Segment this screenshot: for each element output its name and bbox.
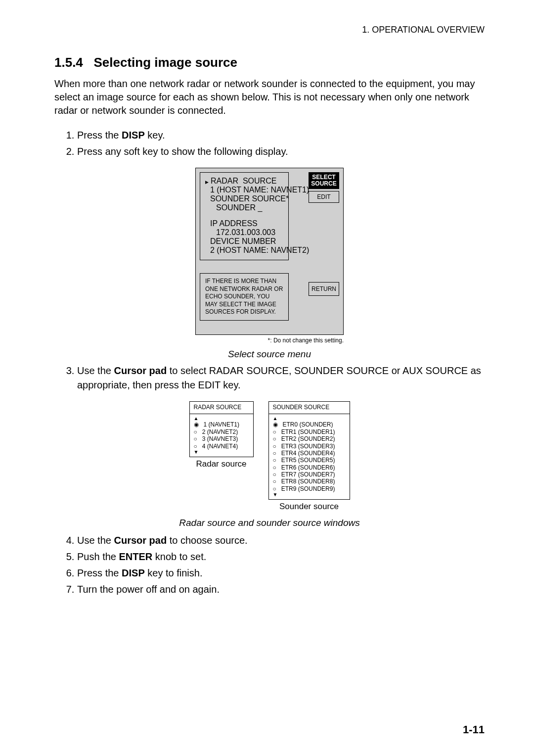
- edit-button[interactable]: EDIT: [309, 191, 339, 203]
- step-5: Push the ENTER knob to set.: [77, 550, 485, 564]
- sounder-box-title: SOUNDER SOURCE: [273, 404, 346, 411]
- step-4: Use the Cursor pad to choose source.: [77, 533, 485, 548]
- button-label: SOURCE: [310, 181, 338, 187]
- select-source-panel: SELECT SOURCE EDIT RETURN RADAR SOURCE 1…: [195, 168, 344, 335]
- step-text: to choose source.: [167, 535, 247, 546]
- list-item[interactable]: ○ ETR2 (SOUNDER2): [273, 435, 346, 442]
- step-text: key to finish.: [145, 567, 203, 578]
- ip-address-value: 172.031.003.003: [205, 228, 283, 237]
- radar-box-title: RADAR SOURCE: [194, 404, 249, 411]
- steps-list-a: Press the DISP key. Press any soft key t…: [54, 128, 485, 159]
- down-arrow-icon: ▼: [194, 450, 249, 455]
- list-item[interactable]: ○ ETR1 (SOUNDER1): [273, 428, 346, 435]
- list-item[interactable]: ○ ETR3 (SOUNDER3): [273, 443, 346, 450]
- list-item[interactable]: ○ 4 (NAVNET4): [194, 443, 249, 450]
- sounder-source-line: SOUNDER SOURCE*: [205, 194, 283, 203]
- section-number: 1.5.4: [54, 55, 83, 70]
- figure-footnote: *: Do not change this setting.: [195, 337, 344, 344]
- step-bold: Cursor pad: [114, 535, 167, 546]
- up-arrow-icon: ▲: [194, 416, 249, 421]
- up-arrow-icon: ▲: [273, 416, 346, 421]
- section-heading: 1.5.4 Selecting image source: [54, 55, 485, 70]
- step-text: Push the: [77, 551, 119, 562]
- list-item[interactable]: ○ ETR4 (SOUNDER4): [273, 450, 346, 457]
- step-text: Turn the power off and on again.: [77, 584, 220, 595]
- figure2-caption: Radar source and sounder source windows: [179, 518, 359, 528]
- radar-items: ◉ 1 (NAVNET1)○ 2 (NAVNET2)○ 3 (NAVNET3)○…: [194, 421, 249, 450]
- sounder-caption: Sounder source: [279, 502, 339, 512]
- step-text: Use the: [77, 365, 114, 376]
- list-item[interactable]: ◉ 1 (NAVNET1): [194, 421, 249, 428]
- radar-caption: Radar source: [196, 459, 246, 469]
- step-bold: DISP: [122, 130, 145, 141]
- section-title-text: Selecting image source: [94, 55, 237, 70]
- down-arrow-icon: ▼: [273, 492, 346, 497]
- step-1: Press the DISP key.: [77, 128, 485, 142]
- ip-address-label: IP ADDRESS: [205, 219, 283, 228]
- list-item[interactable]: ○ ETR8 (SOUNDER8): [273, 478, 346, 485]
- list-item[interactable]: ○ ETR5 (SOUNDER5): [273, 457, 346, 464]
- return-button[interactable]: RETURN: [309, 282, 339, 296]
- list-item[interactable]: ○ 3 (NAVNET3): [194, 435, 249, 442]
- sounder-value-line: SOUNDER _: [205, 203, 283, 212]
- list-item[interactable]: ○ ETR9 (SOUNDER9): [273, 485, 346, 492]
- radar-source-line: RADAR SOURCE: [205, 177, 283, 186]
- step-3: Use the Cursor pad to select RADAR SOURC…: [77, 364, 485, 392]
- page-number: 1-11: [463, 723, 485, 736]
- device-number-label: DEVICE NUMBER: [205, 237, 283, 246]
- step-bold: ENTER: [119, 551, 153, 562]
- list-item[interactable]: ○ ETR7 (SOUNDER7): [273, 471, 346, 478]
- figure-caption: Select source menu: [228, 349, 311, 360]
- figure-source-windows: RADAR SOURCE ▲ ◉ 1 (NAVNET1)○ 2 (NAVNET2…: [54, 401, 485, 528]
- steps-list-c: Use the Cursor pad to choose source. Pus…: [54, 533, 485, 597]
- step-text: key.: [145, 130, 165, 141]
- step-2: Press any soft key to show the following…: [77, 144, 485, 159]
- radar-host-line: 1 (HOST NAME: NAVNET1): [205, 186, 283, 194]
- step-bold: Cursor pad: [114, 365, 167, 376]
- figure-select-source: SELECT SOURCE EDIT RETURN RADAR SOURCE 1…: [54, 168, 485, 360]
- select-source-button[interactable]: SELECT SOURCE: [309, 172, 339, 189]
- radar-source-box: RADAR SOURCE ▲ ◉ 1 (NAVNET1)○ 2 (NAVNET2…: [189, 401, 254, 457]
- step-text: Press the: [77, 567, 122, 578]
- help-text-box: IF THERE IS MORE THAN ONE NETWORK RADAR …: [200, 273, 289, 321]
- list-item[interactable]: ◉ ETR0 (SOUNDER): [273, 421, 346, 428]
- step-text: Press the: [77, 130, 122, 141]
- steps-list-b: Use the Cursor pad to select RADAR SOURC…: [54, 364, 485, 392]
- list-item[interactable]: ○ 2 (NAVNET2): [194, 428, 249, 435]
- list-item[interactable]: ○ ETR6 (SOUNDER6): [273, 464, 346, 471]
- step-bold: DISP: [122, 567, 145, 578]
- step-text: Use the: [77, 535, 114, 546]
- section-intro: When more than one network radar or netw…: [54, 77, 485, 117]
- step-text: Press any soft key to show the following…: [77, 146, 288, 157]
- device-host-line: 2 (HOST NAME: NAVNET2): [205, 246, 283, 255]
- step-text: knob to set.: [152, 551, 206, 562]
- chapter-header: 1. OPERATIONAL OVERVIEW: [54, 25, 485, 35]
- step-7: Turn the power off and on again.: [77, 582, 485, 597]
- sounder-source-box: SOUNDER SOURCE ▲ ◉ ETR0 (SOUNDER)○ ETR1 …: [268, 401, 350, 500]
- sounder-items: ◉ ETR0 (SOUNDER)○ ETR1 (SOUNDER1)○ ETR2 …: [273, 421, 346, 492]
- step-6: Press the DISP key to finish.: [77, 566, 485, 580]
- source-settings-box: RADAR SOURCE 1 (HOST NAME: NAVNET1) SOUN…: [200, 172, 289, 260]
